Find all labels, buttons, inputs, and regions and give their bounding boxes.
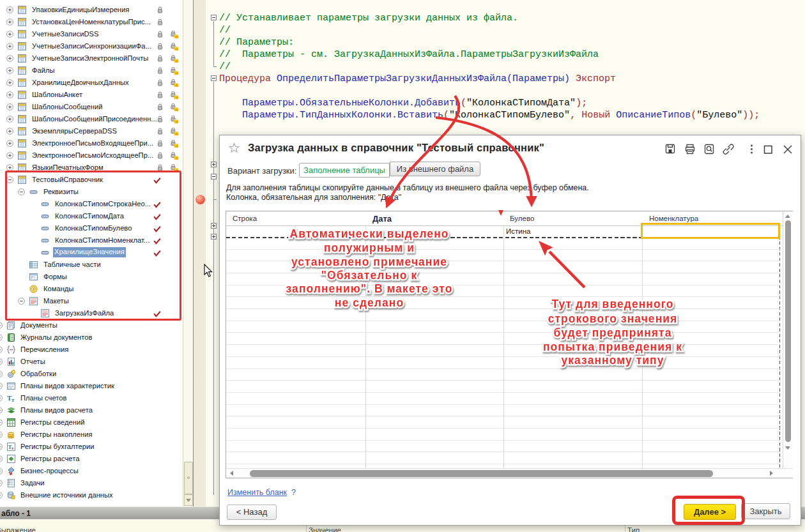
svg-text:т: т — [12, 446, 14, 451]
svg-text:т: т — [12, 397, 15, 402]
